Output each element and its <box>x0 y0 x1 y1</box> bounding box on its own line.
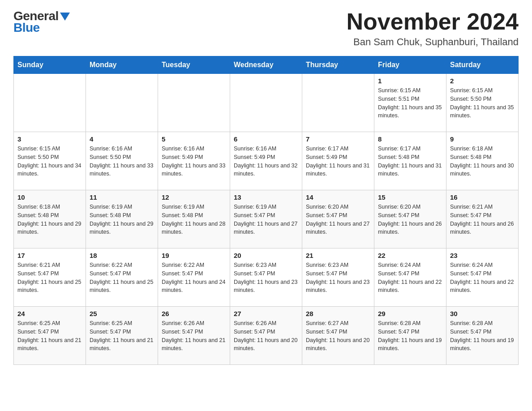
day-number: 7 <box>306 135 370 143</box>
day-info: Sunrise: 6:15 AMSunset: 5:51 PMDaylight:… <box>378 86 442 120</box>
calendar-cell: 9Sunrise: 6:18 AMSunset: 5:48 PMDaylight… <box>446 132 519 190</box>
calendar-week-row: 24Sunrise: 6:25 AMSunset: 5:47 PMDayligh… <box>14 307 519 365</box>
calendar-cell <box>230 74 302 132</box>
day-info: Sunrise: 6:16 AMSunset: 5:49 PMDaylight:… <box>234 145 298 178</box>
day-info: Sunrise: 6:23 AMSunset: 5:47 PMDaylight:… <box>306 261 370 295</box>
svg-marker-0 <box>60 13 70 21</box>
location-title: Ban Sam Chuk, Suphanburi, Thailand <box>347 36 519 48</box>
calendar-cell: 18Sunrise: 6:22 AMSunset: 5:47 PMDayligh… <box>86 248 158 307</box>
calendar-cell: 25Sunrise: 6:25 AMSunset: 5:47 PMDayligh… <box>86 307 158 365</box>
calendar-header-row: SundayMondayTuesdayWednesdayThursdayFrid… <box>14 56 519 74</box>
day-number: 15 <box>378 193 442 201</box>
day-info: Sunrise: 6:28 AMSunset: 5:47 PMDaylight:… <box>378 319 442 353</box>
day-info: Sunrise: 6:15 AMSunset: 5:50 PMDaylight:… <box>450 86 515 120</box>
day-number: 5 <box>162 135 226 143</box>
calendar-cell: 19Sunrise: 6:22 AMSunset: 5:47 PMDayligh… <box>158 248 230 307</box>
day-info: Sunrise: 6:22 AMSunset: 5:47 PMDaylight:… <box>162 261 226 295</box>
calendar-cell <box>302 74 374 132</box>
calendar-cell: 15Sunrise: 6:20 AMSunset: 5:47 PMDayligh… <box>374 190 446 248</box>
calendar-cell: 30Sunrise: 6:28 AMSunset: 5:47 PMDayligh… <box>446 307 519 365</box>
calendar-cell: 26Sunrise: 6:26 AMSunset: 5:47 PMDayligh… <box>158 307 230 365</box>
calendar-cell: 20Sunrise: 6:23 AMSunset: 5:47 PMDayligh… <box>230 248 302 307</box>
day-info: Sunrise: 6:19 AMSunset: 5:48 PMDaylight:… <box>162 203 226 236</box>
day-number: 18 <box>90 252 154 259</box>
day-number: 3 <box>17 135 82 143</box>
day-number: 30 <box>450 310 515 317</box>
month-title: November 2024 <box>347 9 519 34</box>
calendar-col-header-monday: Monday <box>86 56 158 74</box>
calendar-col-header-friday: Friday <box>374 56 446 74</box>
day-info: Sunrise: 6:19 AMSunset: 5:48 PMDaylight:… <box>90 203 154 236</box>
calendar-cell: 24Sunrise: 6:25 AMSunset: 5:47 PMDayligh… <box>14 307 86 365</box>
calendar-cell: 1Sunrise: 6:15 AMSunset: 5:51 PMDaylight… <box>374 74 446 132</box>
calendar-cell <box>14 74 86 132</box>
logo: General Blue <box>13 9 70 35</box>
logo-triangle-icon <box>60 13 70 21</box>
day-number: 24 <box>17 310 82 317</box>
calendar-cell: 23Sunrise: 6:24 AMSunset: 5:47 PMDayligh… <box>446 248 519 307</box>
calendar-cell: 12Sunrise: 6:19 AMSunset: 5:48 PMDayligh… <box>158 190 230 248</box>
calendar-cell <box>86 74 158 132</box>
calendar-cell: 6Sunrise: 6:16 AMSunset: 5:49 PMDaylight… <box>230 132 302 190</box>
day-number: 21 <box>306 252 370 259</box>
calendar-cell: 21Sunrise: 6:23 AMSunset: 5:47 PMDayligh… <box>302 248 374 307</box>
day-number: 14 <box>306 193 370 201</box>
logo-blue-text: Blue <box>13 21 40 35</box>
day-number: 11 <box>90 193 154 201</box>
day-info: Sunrise: 6:25 AMSunset: 5:47 PMDaylight:… <box>17 319 82 353</box>
calendar-cell: 29Sunrise: 6:28 AMSunset: 5:47 PMDayligh… <box>374 307 446 365</box>
day-info: Sunrise: 6:27 AMSunset: 5:47 PMDaylight:… <box>306 319 370 353</box>
calendar-cell <box>158 74 230 132</box>
calendar-col-header-sunday: Sunday <box>14 56 86 74</box>
calendar-cell: 4Sunrise: 6:16 AMSunset: 5:50 PMDaylight… <box>86 132 158 190</box>
day-info: Sunrise: 6:15 AMSunset: 5:50 PMDaylight:… <box>17 145 82 178</box>
day-number: 25 <box>90 310 154 317</box>
calendar-week-row: 1Sunrise: 6:15 AMSunset: 5:51 PMDaylight… <box>14 74 519 132</box>
day-info: Sunrise: 6:24 AMSunset: 5:47 PMDaylight:… <box>450 261 515 295</box>
day-number: 20 <box>234 252 298 259</box>
calendar-cell: 17Sunrise: 6:21 AMSunset: 5:47 PMDayligh… <box>14 248 86 307</box>
day-info: Sunrise: 6:21 AMSunset: 5:47 PMDaylight:… <box>450 203 515 236</box>
day-number: 12 <box>162 193 226 201</box>
day-info: Sunrise: 6:18 AMSunset: 5:48 PMDaylight:… <box>17 203 82 236</box>
day-info: Sunrise: 6:17 AMSunset: 5:48 PMDaylight:… <box>378 145 442 178</box>
calendar-cell: 7Sunrise: 6:17 AMSunset: 5:49 PMDaylight… <box>302 132 374 190</box>
calendar-week-row: 10Sunrise: 6:18 AMSunset: 5:48 PMDayligh… <box>14 190 519 248</box>
day-number: 23 <box>450 252 515 259</box>
calendar-cell: 28Sunrise: 6:27 AMSunset: 5:47 PMDayligh… <box>302 307 374 365</box>
calendar-cell: 22Sunrise: 6:24 AMSunset: 5:47 PMDayligh… <box>374 248 446 307</box>
calendar-cell: 16Sunrise: 6:21 AMSunset: 5:47 PMDayligh… <box>446 190 519 248</box>
page-header: General Blue November 2024 Ban Sam Chuk,… <box>13 9 519 48</box>
day-info: Sunrise: 6:18 AMSunset: 5:48 PMDaylight:… <box>450 145 515 178</box>
day-number: 22 <box>378 252 442 259</box>
day-number: 10 <box>17 193 82 201</box>
day-info: Sunrise: 6:23 AMSunset: 5:47 PMDaylight:… <box>234 261 298 295</box>
day-number: 9 <box>450 135 515 143</box>
day-info: Sunrise: 6:24 AMSunset: 5:47 PMDaylight:… <box>378 261 442 295</box>
day-info: Sunrise: 6:25 AMSunset: 5:47 PMDaylight:… <box>90 319 154 353</box>
day-info: Sunrise: 6:16 AMSunset: 5:49 PMDaylight:… <box>162 145 226 178</box>
calendar-table: SundayMondayTuesdayWednesdayThursdayFrid… <box>13 56 519 365</box>
day-info: Sunrise: 6:16 AMSunset: 5:50 PMDaylight:… <box>90 145 154 178</box>
day-info: Sunrise: 6:21 AMSunset: 5:47 PMDaylight:… <box>17 261 82 295</box>
day-number: 1 <box>378 77 442 85</box>
day-number: 6 <box>234 135 298 143</box>
calendar-col-header-saturday: Saturday <box>446 56 519 74</box>
calendar-cell: 5Sunrise: 6:16 AMSunset: 5:49 PMDaylight… <box>158 132 230 190</box>
day-info: Sunrise: 6:26 AMSunset: 5:47 PMDaylight:… <box>234 319 298 353</box>
day-info: Sunrise: 6:19 AMSunset: 5:47 PMDaylight:… <box>234 203 298 236</box>
calendar-week-row: 3Sunrise: 6:15 AMSunset: 5:50 PMDaylight… <box>14 132 519 190</box>
day-info: Sunrise: 6:26 AMSunset: 5:47 PMDaylight:… <box>162 319 226 353</box>
day-number: 17 <box>17 252 82 259</box>
day-number: 27 <box>234 310 298 317</box>
title-block: November 2024 Ban Sam Chuk, Suphanburi, … <box>347 9 519 48</box>
day-number: 19 <box>162 252 226 259</box>
calendar-cell: 3Sunrise: 6:15 AMSunset: 5:50 PMDaylight… <box>14 132 86 190</box>
calendar-week-row: 17Sunrise: 6:21 AMSunset: 5:47 PMDayligh… <box>14 248 519 307</box>
calendar-col-header-wednesday: Wednesday <box>230 56 302 74</box>
day-number: 8 <box>378 135 442 143</box>
day-number: 26 <box>162 310 226 317</box>
day-number: 16 <box>450 193 515 201</box>
day-number: 13 <box>234 193 298 201</box>
calendar-cell: 27Sunrise: 6:26 AMSunset: 5:47 PMDayligh… <box>230 307 302 365</box>
